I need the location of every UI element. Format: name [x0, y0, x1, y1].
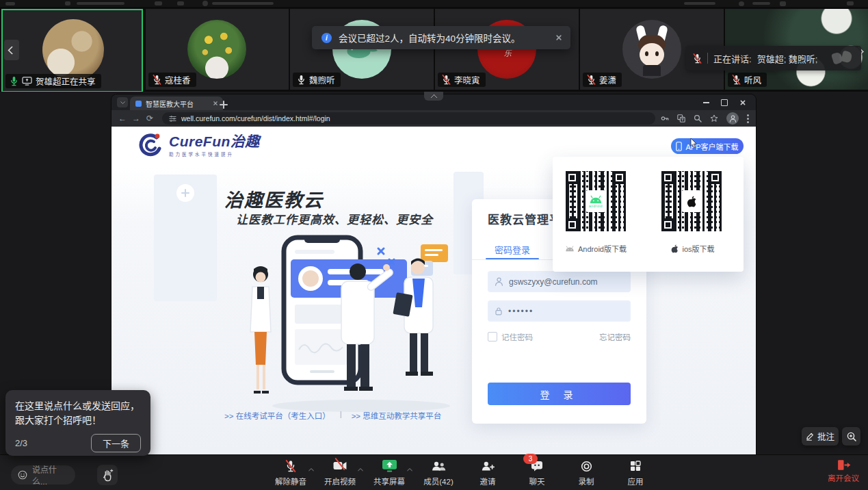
tab-password-login[interactable]: 密码登录	[488, 243, 536, 256]
remember-checkbox[interactable]	[488, 332, 497, 341]
window-close-button[interactable]	[740, 100, 746, 105]
pen-icon	[806, 432, 815, 441]
video-options-chevron[interactable]	[358, 463, 363, 476]
logo-text: CureFun治趣	[169, 134, 260, 149]
next-tip-button[interactable]: 下一条	[91, 434, 141, 452]
chat-badge: 3	[523, 454, 538, 464]
teaching-share-link[interactable]: >> 思维互动教学共享平台	[352, 410, 442, 421]
android-mini-icon	[565, 246, 575, 252]
participant-name: 姜潇	[599, 73, 616, 86]
meeting-toast: 会议已超过2人，自动转为40分钟限时会议。	[312, 26, 570, 49]
participant-tile-weixuxin[interactable]: 魏煦听	[290, 9, 434, 90]
tab-close-icon[interactable]	[213, 101, 218, 105]
meeting-subject-truncated	[212, 2, 274, 5]
window-minimize-button[interactable]	[703, 102, 709, 103]
raise-hand-button[interactable]	[97, 465, 118, 485]
participant-strip: 贺雄超正在共享 寇桂香 魏煦听	[0, 7, 868, 92]
android-logo-icon: android	[586, 190, 606, 212]
new-tab-button[interactable]	[220, 98, 226, 110]
link-divider: |	[340, 410, 342, 421]
record-button[interactable]: 录制	[566, 458, 606, 489]
annotate-button[interactable]: 批注	[802, 427, 839, 446]
speaking-banner: 正在讲话: 贺雄超; 魏煦听;	[686, 46, 861, 70]
leave-meeting-button[interactable]: 离开会议	[822, 459, 865, 483]
unmute-button[interactable]: 解除静音	[271, 458, 311, 489]
quick-chat-input[interactable]: 说点什么...	[11, 465, 75, 485]
fullscreen-icon[interactable]	[780, 1, 786, 6]
strip-prev-button[interactable]	[4, 40, 19, 60]
tab-search-dropdown[interactable]	[117, 97, 128, 107]
mic-muted-icon	[442, 75, 451, 85]
participant-name: 魏煦听	[309, 73, 335, 86]
divider	[707, 53, 708, 64]
chat-button[interactable]: 3 聊天	[517, 458, 557, 489]
forgot-password-link[interactable]: 忘记密码	[599, 331, 631, 342]
window-icon[interactable]	[177, 1, 184, 5]
window-maximize-button[interactable]	[721, 99, 728, 106]
hero-subtitle: 让医教工作更高效、更轻松、更安全	[236, 210, 433, 227]
site-logo: CureFun治趣 助力医学水平快速提升	[139, 132, 260, 159]
toast-text: 会议已超过2人，自动转为40分钟限时会议。	[339, 31, 549, 44]
browser-menu-icon[interactable]	[747, 114, 749, 123]
members-icon	[432, 458, 446, 474]
chat-tip-line1: 在这里说点什么或发送回应，	[15, 399, 141, 413]
profile-avatar-icon[interactable]	[726, 112, 739, 125]
app-download-button[interactable]: APP客户端下载	[671, 138, 744, 154]
chat-icon: 3	[531, 458, 543, 474]
annotate-label: 批注	[817, 430, 834, 443]
mic-options-chevron[interactable]	[309, 463, 313, 476]
participant-tile-kouguixiang[interactable]: 寇桂香	[146, 9, 289, 90]
curefun-login-page: CureFun治趣 助力医学水平快速提升 APP客户端下载	[111, 127, 756, 454]
avatar	[622, 20, 681, 79]
toast-close-icon[interactable]	[556, 35, 562, 40]
settings-gear-icon[interactable]	[739, 1, 744, 6]
exam-platform-link[interactable]: >> 在线考试平台（考生入口）	[224, 410, 330, 421]
participant-tile-lixiaoyin[interactable]: 喜乐 李晓寅	[435, 9, 579, 90]
mic-muted-icon	[285, 458, 296, 474]
camera-off-icon	[333, 458, 347, 474]
forward-icon[interactable]: →	[129, 114, 143, 123]
participant-name: 李晓寅	[454, 73, 480, 86]
apps-button[interactable]: 应用	[616, 458, 655, 489]
mouse-cursor-icon	[689, 138, 698, 149]
omnibox[interactable]: well.curefun.com/curefun/dist/index.html…	[162, 112, 655, 125]
refresh-icon[interactable]: ⟳	[143, 114, 157, 123]
shared-browser-window: 智慧医教大平台 ← → ⟳ well.curefun.com/cure	[111, 94, 756, 454]
speaking-label: 正在讲话:	[713, 52, 752, 65]
browser-tab[interactable]: 智慧医教大平台	[130, 96, 223, 110]
login-button[interactable]: 登 录	[488, 383, 631, 405]
zoom-icon[interactable]	[694, 114, 702, 122]
remember-label[interactable]: 记住密码	[501, 331, 533, 342]
url-text: well.curefun.com/curefun/dist/index.html…	[181, 114, 330, 122]
back-icon[interactable]: ←	[116, 114, 129, 123]
collapse-strip-button[interactable]	[424, 92, 443, 101]
layout-grid-icon[interactable]	[155, 1, 162, 5]
shield-icon	[65, 1, 70, 5]
invite-button[interactable]: 邀请	[468, 458, 508, 489]
emoji-smile-icon[interactable]	[18, 470, 27, 480]
members-button[interactable]: 成员(42)	[419, 458, 458, 489]
site-settings-icon[interactable]	[169, 115, 176, 122]
meeting-app-window: 贺雄超正在共享 寇桂香 魏煦听	[0, 0, 868, 490]
participant-tile-hexiongchao[interactable]: 贺雄超正在共享	[1, 9, 143, 92]
mic-muted-icon	[587, 75, 596, 85]
logo-tagline: 助力医学水平快速提升	[169, 151, 260, 157]
zoom-in-button[interactable]	[842, 427, 860, 446]
username-input[interactable]: gswszyxy@curefun.com	[488, 271, 631, 292]
more-icon[interactable]	[847, 1, 854, 5]
participant-name: 贺雄超正在共享	[36, 75, 96, 88]
share-screen-button[interactable]: 共享屏幕	[369, 458, 409, 489]
chat-tip-line2: 跟大家打个招呼吧！	[15, 413, 141, 428]
start-video-button[interactable]: 开启视频	[320, 458, 360, 489]
meeting-title-truncated	[77, 2, 124, 5]
mic-muted-icon	[732, 75, 741, 85]
chevron-up-icon	[430, 94, 437, 101]
record-icon	[581, 458, 592, 474]
password-input[interactable]: ••••••	[488, 300, 631, 322]
apple-mini-icon	[671, 244, 679, 253]
share-options-chevron[interactable]	[408, 463, 412, 476]
translate-icon[interactable]	[677, 114, 685, 122]
password-key-icon[interactable]	[661, 114, 669, 122]
chat-placeholder: 说点什么...	[32, 463, 68, 487]
bookmark-star-icon[interactable]	[710, 114, 718, 122]
